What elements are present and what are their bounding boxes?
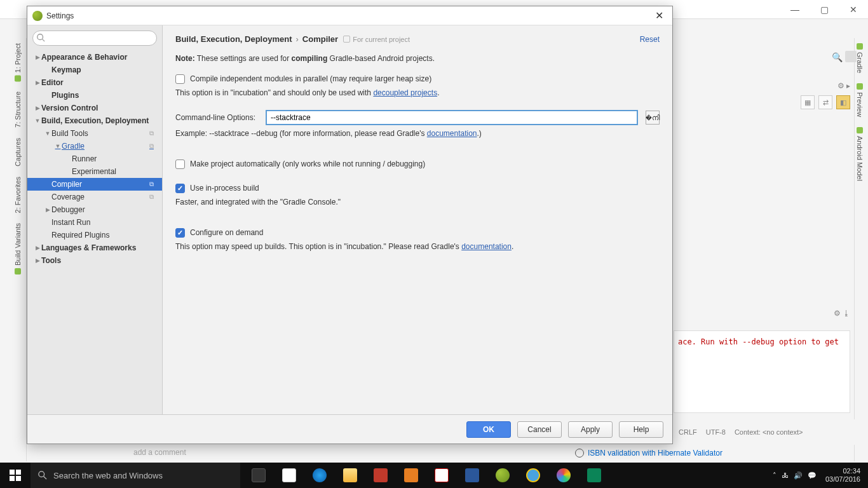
search-icon: [36, 33, 45, 42]
svg-point-0: [37, 34, 43, 40]
tab-build-variants[interactable]: Build Variants: [13, 218, 23, 280]
minimize-button[interactable]: —: [780, 0, 810, 19]
dialog-titlebar[interactable]: Settings ✕: [27, 6, 672, 25]
tree-experimental[interactable]: Experimental: [27, 165, 162, 178]
svg-line-1: [43, 39, 45, 42]
project-icon: [343, 36, 350, 43]
tree-instant-run[interactable]: Instant Run: [27, 216, 162, 229]
mcafee-button[interactable]: [427, 463, 456, 488]
status-context[interactable]: Context: <no context>: [735, 428, 803, 436]
app-icon: [587, 468, 601, 482]
preview-icon: [857, 83, 863, 90]
toolbar-icon[interactable]: ▦: [801, 95, 815, 109]
breadcrumb-parent[interactable]: Build, Execution, Deployment: [175, 34, 292, 44]
cancel-button[interactable]: Cancel: [517, 421, 562, 438]
add-comment-link[interactable]: add a comment: [133, 448, 186, 457]
gradle-console-output[interactable]: ace. Run with --debug option to get: [674, 330, 850, 413]
toolbar-icon[interactable]: ⇄: [818, 95, 832, 109]
tree-tools[interactable]: ▶Tools: [27, 254, 162, 267]
ie-button[interactable]: [519, 463, 548, 488]
settings-tree[interactable]: ▶Appearance & Behavior Keymap ▶Editor Pl…: [27, 51, 162, 414]
tree-required-plugins[interactable]: Required Plugins: [27, 229, 162, 241]
panel-gear[interactable]: ⚙ ▸: [837, 81, 850, 90]
ok-button[interactable]: OK: [466, 421, 511, 438]
tree-gradle[interactable]: ▼Gradle⧉: [27, 140, 162, 152]
taskview-button[interactable]: [244, 463, 273, 488]
tree-vcs[interactable]: ▶Version Control: [27, 102, 162, 114]
start-button[interactable]: [0, 463, 31, 488]
tree-keymap[interactable]: Keymap: [27, 64, 162, 76]
explorer-button[interactable]: [336, 463, 365, 488]
tree-languages[interactable]: ▶Languages & Frameworks: [27, 241, 162, 254]
apply-button[interactable]: Apply: [568, 421, 613, 438]
tree-build-execution-deployment[interactable]: ▼Build, Execution, Deployment: [27, 114, 162, 127]
edge-button[interactable]: [305, 463, 334, 488]
close-button[interactable]: ✕: [839, 0, 868, 19]
tree-coverage[interactable]: Coverage⧉: [27, 191, 162, 203]
notification-icon[interactable]: 💬: [808, 471, 817, 480]
tab-favorites[interactable]: 2: Favorites: [13, 172, 23, 218]
volume-icon[interactable]: 🔊: [794, 471, 803, 480]
breadcrumb-current: Compiler: [302, 34, 338, 44]
copy-icon: ⧉: [149, 193, 158, 201]
edge-icon: [313, 468, 327, 482]
folder-icon: [343, 468, 357, 482]
avatar[interactable]: [845, 51, 857, 62]
decoupled-projects-link[interactable]: decoupled projects: [373, 88, 437, 97]
android-studio-button[interactable]: [488, 463, 517, 488]
chevron-right-icon: ›: [295, 34, 298, 44]
tab-captures[interactable]: Captures: [13, 133, 23, 172]
toolbar-icon[interactable]: ◧: [836, 95, 850, 109]
taskbar-clock[interactable]: 02:34 03/07/2016: [822, 467, 864, 484]
taskbar-search-placeholder: Search the web and Windows: [53, 471, 163, 480]
word-button[interactable]: [458, 463, 487, 488]
notification-link[interactable]: ISBN validation with Hibernate Validator: [575, 449, 722, 458]
android-studio-icon: [496, 468, 510, 482]
tree-runner[interactable]: Runner: [27, 152, 162, 165]
maximize-button[interactable]: ▢: [810, 0, 839, 19]
in-process-checkbox[interactable]: [175, 184, 185, 193]
network-icon[interactable]: 🖧: [782, 471, 789, 479]
paint-button[interactable]: [549, 463, 578, 488]
svg-point-6: [39, 471, 44, 477]
app-button[interactable]: [580, 463, 609, 488]
android-icon: [15, 269, 21, 275]
tab-project[interactable]: 1: Project: [13, 38, 23, 86]
documentation-link[interactable]: documentation: [427, 129, 477, 138]
dialog-title: Settings: [46, 11, 74, 20]
taskbar-search[interactable]: Search the web and Windows: [31, 463, 240, 488]
system-tray[interactable]: ˄ 🖧 🔊 💬 02:34 03/07/2016: [773, 467, 868, 484]
help-button[interactable]: Help: [619, 421, 663, 438]
windows-taskbar[interactable]: Search the web and Windows ˄ 🖧 🔊 💬 02:34…: [0, 463, 868, 488]
app-button[interactable]: [397, 463, 426, 488]
documentation-link[interactable]: documentation: [461, 242, 512, 251]
app-button[interactable]: [366, 463, 395, 488]
tree-appearance[interactable]: ▶Appearance & Behavior: [27, 51, 162, 64]
store-button[interactable]: [275, 463, 304, 488]
tree-debugger[interactable]: ▶Debugger: [27, 203, 162, 216]
settings-search-input[interactable]: [32, 30, 157, 46]
ide-right-toolwindow-bar[interactable]: Gradle Preview Android Model: [854, 38, 868, 461]
tree-plugins[interactable]: Plugins: [27, 89, 162, 102]
search-icon[interactable]: 🔍: [832, 52, 843, 62]
expand-field-button[interactable]: �നി: [646, 111, 660, 125]
tab-preview[interactable]: Preview: [855, 78, 865, 122]
status-crlf[interactable]: CRLF: [679, 428, 697, 436]
in-process-label: Use in-process build: [190, 182, 259, 194]
configure-on-demand-checkbox[interactable]: [175, 228, 185, 238]
compile-parallel-checkbox[interactable]: [175, 74, 185, 84]
example-text: Example: --stacktrace --debug (for more …: [175, 128, 660, 139]
tree-editor[interactable]: ▶Editor: [27, 76, 162, 89]
tree-compiler[interactable]: Compiler⧉: [27, 178, 162, 191]
tab-android-model[interactable]: Android Model: [855, 122, 865, 186]
command-line-input[interactable]: [266, 110, 638, 125]
ide-statusbar: CRLF UTF-8 Context: <no context>: [674, 419, 868, 445]
reset-link[interactable]: Reset: [640, 35, 660, 44]
status-encoding[interactable]: UTF-8: [706, 428, 726, 436]
tree-build-tools[interactable]: ▼Build Tools⧉: [27, 127, 162, 140]
ide-left-toolwindow-bar[interactable]: 1: Project 7: Structure Captures 2: Favo…: [13, 38, 27, 461]
tab-structure[interactable]: 7: Structure: [13, 86, 23, 133]
tray-chevron-up-icon[interactable]: ˄: [773, 471, 776, 480]
dialog-close-button[interactable]: ✕: [651, 10, 667, 22]
make-auto-checkbox[interactable]: [175, 159, 185, 169]
